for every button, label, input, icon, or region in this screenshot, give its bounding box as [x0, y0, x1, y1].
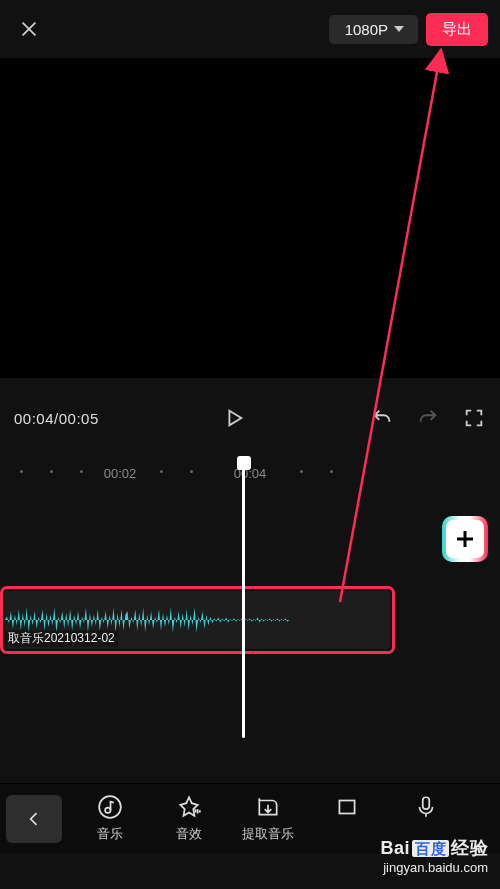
plus-icon	[453, 527, 477, 551]
chevron-left-icon	[24, 809, 44, 829]
video-preview[interactable]	[0, 58, 500, 378]
toolbar-music-label: 音乐	[97, 825, 123, 843]
close-button[interactable]	[12, 12, 46, 46]
sfx-icon	[176, 794, 202, 820]
redo-button	[416, 406, 440, 430]
toolbar-music-button[interactable]: 音乐	[72, 794, 147, 843]
audio-clip[interactable]: 取音乐20210312-02	[5, 591, 390, 649]
toolbar-record-button[interactable]	[388, 794, 463, 843]
blur-icon	[334, 794, 360, 820]
watermark: Bai百度经验 jingyan.baidu.com	[380, 837, 488, 877]
svg-rect-4	[422, 797, 429, 809]
play-button[interactable]	[222, 406, 246, 430]
undo-button[interactable]	[370, 406, 394, 430]
export-button[interactable]: 导出	[426, 13, 488, 46]
toolbar-sfx-label: 音效	[176, 825, 202, 843]
time-ruler: 00:02 00:04	[0, 466, 500, 492]
extract-icon	[255, 794, 281, 820]
mic-icon	[413, 794, 439, 820]
export-label: 导出	[442, 20, 472, 37]
header: 1080P 导出	[0, 0, 500, 58]
toolbar-extract-button[interactable]: 提取音乐	[230, 794, 305, 843]
playback-controls: 00:04/00:05	[0, 378, 500, 458]
svg-rect-3	[339, 801, 354, 814]
watermark-url: jingyan.baidu.com	[380, 860, 488, 877]
toolbar-sfx-button[interactable]: 音效	[151, 794, 226, 843]
ruler-tick: 00:02	[104, 466, 137, 481]
add-clip-button[interactable]	[444, 518, 486, 560]
toolbar-extract-label: 提取音乐	[242, 825, 294, 843]
close-icon	[18, 18, 40, 40]
fullscreen-button[interactable]	[462, 406, 486, 430]
play-icon	[223, 407, 245, 429]
redo-icon	[417, 407, 439, 429]
fullscreen-icon	[463, 407, 485, 429]
audio-clip-highlight: 取音乐20210312-02	[0, 586, 395, 654]
toolbar-item-blurred[interactable]	[309, 794, 384, 843]
back-button[interactable]	[6, 795, 62, 843]
music-icon	[97, 794, 123, 820]
time-display: 00:04/00:05	[14, 410, 99, 427]
timeline[interactable]: 00:02 00:04 取音乐20210312-02	[0, 458, 500, 738]
playhead[interactable]	[242, 458, 245, 738]
chevron-down-icon	[394, 26, 404, 32]
resolution-label: 1080P	[345, 21, 388, 38]
audio-clip-label: 取音乐20210312-02	[5, 630, 118, 647]
resolution-dropdown[interactable]: 1080P	[329, 15, 418, 44]
undo-icon	[371, 407, 393, 429]
